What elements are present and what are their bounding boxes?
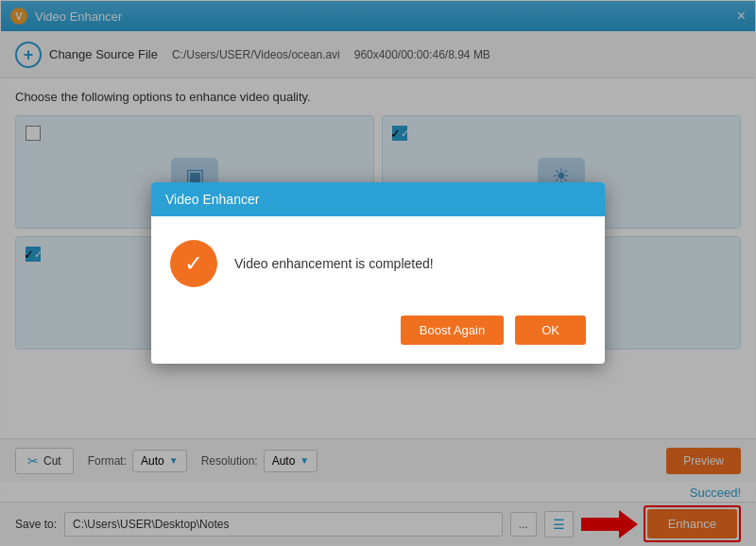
dialog-body: ✓ Video enhancement is completed! xyxy=(151,216,605,306)
modal-overlay: Video Enhancer ✓ Video enhancement is co… xyxy=(1,1,755,545)
ok-button[interactable]: OK xyxy=(515,316,586,345)
dialog-footer: Boost Again OK xyxy=(151,306,605,364)
main-window: V Video Enhancer × + Change Source File … xyxy=(0,0,756,546)
boost-again-button[interactable]: Boost Again xyxy=(401,316,504,345)
dialog-title-bar: Video Enhancer xyxy=(151,182,605,216)
success-checkmark-icon: ✓ xyxy=(170,240,217,287)
dialog-message: Video enhancement is completed! xyxy=(234,256,434,271)
completion-dialog: Video Enhancer ✓ Video enhancement is co… xyxy=(151,182,605,364)
dialog-title: Video Enhancer xyxy=(165,192,259,207)
